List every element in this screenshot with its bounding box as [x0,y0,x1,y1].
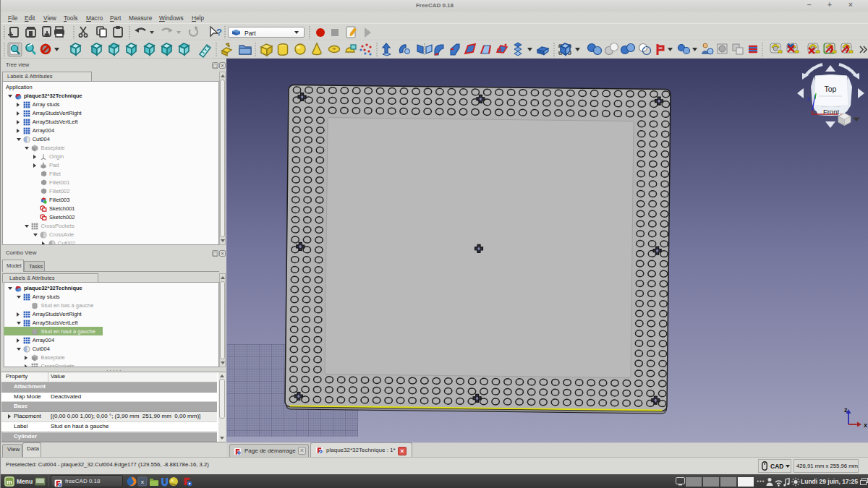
svg-text:?: ? [216,27,222,38]
svg-text:z: z [844,406,848,414]
svg-text:z: z [807,95,810,102]
svg-text:Top: Top [825,85,837,93]
svg-text:m: m [7,479,12,486]
svg-text:x: x [141,479,145,485]
svg-text:x: x [864,421,867,429]
